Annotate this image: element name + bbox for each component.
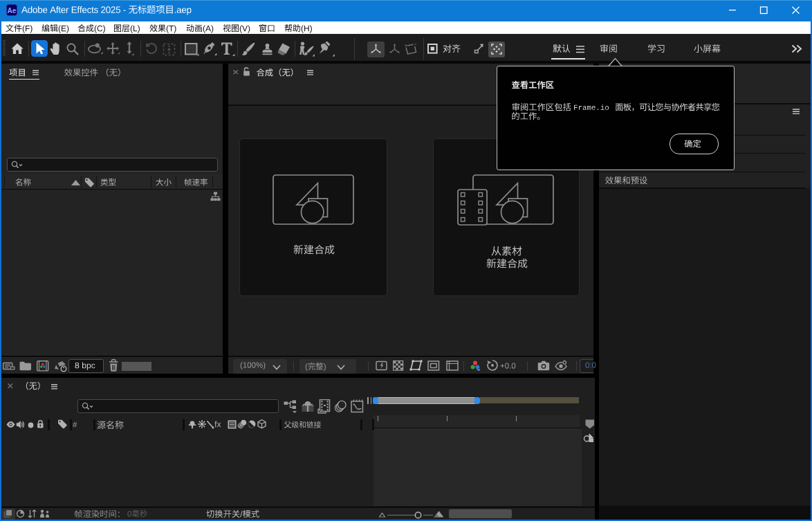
svg-text:Ae: Ae [8,7,17,15]
